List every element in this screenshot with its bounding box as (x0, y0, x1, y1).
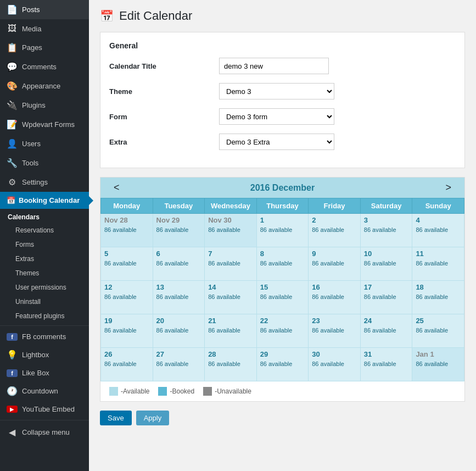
calendar-next-btn[interactable]: > (441, 182, 456, 193)
calendar-cell[interactable]: 386 available (360, 214, 412, 247)
legend-unavailable-box (203, 387, 212, 396)
cal-day-number: 28 (208, 350, 253, 358)
cal-availability: 86 available (104, 361, 137, 367)
sub-section-calendars[interactable]: Calendars (0, 209, 89, 223)
calendar-cell[interactable]: 786 available (205, 247, 257, 281)
calendar-header-friday: Friday (309, 198, 361, 214)
calendar-cell[interactable]: 1386 available (153, 281, 205, 314)
calendar-title-label: Calendar Title (109, 62, 219, 70)
calendar-cell[interactable]: 2286 available (256, 314, 309, 348)
calendar-cell[interactable]: 886 available (256, 247, 309, 281)
cal-day-number: 30 (312, 350, 357, 358)
cal-day-number: Nov 28 (104, 216, 149, 224)
calendar-cell[interactable]: 1086 available (360, 247, 412, 281)
calendar-cell[interactable]: 2786 available (153, 348, 205, 381)
calendar-cell[interactable]: 2686 available (101, 348, 153, 381)
calendar-title-input[interactable] (219, 58, 329, 74)
sidebar-item-like-box[interactable]: f Like Box (0, 364, 89, 381)
form-label: Form (109, 113, 219, 121)
calendar-cell[interactable]: 1686 available (309, 281, 361, 314)
countdown-icon: 🕐 (7, 386, 18, 396)
sidebar-item-wpdevart-forms[interactable]: 📝 Wpdevart Forms (0, 115, 89, 134)
sidebar-item-booking-calendar[interactable]: 📅 Booking Calendar (0, 192, 89, 209)
sidebar-item-fb-comments-label: FB comments (22, 333, 66, 341)
cal-availability: 86 available (104, 293, 137, 300)
calendar-cell[interactable]: 486 available (412, 214, 464, 247)
calendar-cell[interactable]: 1986 available (101, 314, 153, 348)
theme-row: Theme Demo 3 (109, 83, 456, 99)
calendar-week-0: Nov 2886 availableNov 2986 availableNov … (101, 214, 464, 247)
save-button[interactable]: Save (100, 411, 132, 425)
calendar-cell[interactable]: 586 available (101, 247, 153, 281)
calendar-cell[interactable]: 3186 available (360, 348, 412, 381)
cal-availability: 86 available (156, 260, 189, 267)
sidebar-sub-item-themes[interactable]: Themes (0, 266, 89, 280)
sidebar-item-media[interactable]: 🖼 Media (0, 19, 89, 38)
wpdevart-forms-icon: 📝 (7, 119, 18, 130)
calendar-cell[interactable]: 186 available (256, 214, 309, 247)
form-select[interactable]: Demo 3 form (219, 108, 334, 125)
cal-availability: 86 available (104, 260, 137, 267)
calendar-cell[interactable]: 686 available (153, 247, 205, 281)
sidebar-sub-item-forms[interactable]: Forms (0, 237, 89, 252)
sidebar-sub-item-featured-plugins[interactable]: Featured plugins (0, 309, 89, 323)
sidebar-sub-item-uninstall[interactable]: Uninstall (0, 295, 89, 309)
sidebar-sub-item-extras[interactable]: Extras (0, 252, 89, 266)
page-title-icon: 📅 (100, 9, 114, 23)
sidebar-item-comments[interactable]: 💬 Comments (0, 57, 89, 76)
cal-availability: 86 available (104, 226, 137, 233)
sidebar-item-youtube-embed[interactable]: ▶ YouTube Embed (0, 401, 89, 418)
calendar-cell[interactable]: 1586 available (256, 281, 309, 314)
sidebar-item-pages[interactable]: 📋 Pages (0, 38, 89, 57)
sidebar-item-users[interactable]: 👤 Users (0, 134, 89, 153)
cal-availability: 86 available (416, 293, 448, 300)
calendar-cell[interactable]: 1886 available (412, 281, 464, 314)
calendar-cell[interactable]: 2586 available (412, 314, 464, 348)
apply-button[interactable]: Apply (136, 411, 170, 425)
theme-select[interactable]: Demo 3 (219, 83, 334, 99)
calendar-cell[interactable]: Nov 3086 available (205, 214, 257, 247)
cal-day-number: 11 (416, 250, 461, 258)
sidebar-item-tools[interactable]: 🔧 Tools (0, 153, 89, 173)
sidebar: 📄 Posts 🖼 Media 📋 Pages 💬 Comments 🎨 App… (0, 0, 89, 471)
calendar-cell[interactable]: 1786 available (360, 281, 412, 314)
extra-select[interactable]: Demo 3 Extra (219, 134, 334, 150)
settings-icon: ⚙ (7, 177, 18, 187)
general-card: General Calendar Title Theme Demo 3 Form… (100, 32, 465, 168)
sidebar-item-settings[interactable]: ⚙ Settings (0, 173, 89, 192)
calendar-cell[interactable]: 286 available (309, 214, 361, 247)
sidebar-sub-item-user-permissions[interactable]: User permissions (0, 280, 89, 295)
calendar-cell[interactable]: 2886 available (205, 348, 257, 381)
cal-day-number: 9 (312, 250, 357, 258)
calendar-cell[interactable]: 2486 available (360, 314, 412, 348)
sidebar-sub-item-reservations[interactable]: Reservations (0, 223, 89, 237)
calendar-cell[interactable]: 2086 available (153, 314, 205, 348)
calendar-prev-btn[interactable]: < (109, 182, 124, 193)
cal-availability: 86 available (156, 361, 189, 367)
calendar-cell[interactable]: Nov 2986 available (153, 214, 205, 247)
calendar-cell[interactable]: 3086 available (309, 348, 361, 381)
calendar-cell[interactable]: 986 available (309, 247, 361, 281)
cal-day-number: 13 (156, 283, 201, 291)
sidebar-item-countdown[interactable]: 🕐 Countdown (0, 381, 89, 401)
cal-day-number: Nov 29 (156, 216, 201, 224)
sidebar-item-collapse-menu[interactable]: ◀ Collapse menu (0, 423, 89, 442)
sidebar-item-lightbox[interactable]: 💡 Lightbox (0, 345, 89, 364)
calendar-cell[interactable]: 2986 available (256, 348, 309, 381)
cal-availability: 86 available (416, 361, 448, 367)
booking-calendar-arrow (89, 196, 93, 205)
sidebar-item-appearance[interactable]: 🎨 Appearance (0, 76, 89, 96)
calendar-cell[interactable]: Jan 186 available (412, 348, 464, 381)
calendar-cell[interactable]: 1486 available (205, 281, 257, 314)
calendar-cell[interactable]: 1186 available (412, 247, 464, 281)
cal-availability: 86 available (364, 226, 396, 233)
sidebar-item-booking-calendar-label: Booking Calendar (19, 196, 80, 204)
calendar-cell[interactable]: 2186 available (205, 314, 257, 348)
calendar-cell[interactable]: Nov 2886 available (101, 214, 153, 247)
sidebar-item-fb-comments[interactable]: f FB comments (0, 328, 89, 345)
sidebar-item-posts[interactable]: 📄 Posts (0, 0, 89, 19)
cal-day-number: 5 (104, 250, 149, 258)
calendar-cell[interactable]: 2386 available (309, 314, 361, 348)
calendar-cell[interactable]: 1286 available (101, 281, 153, 314)
sidebar-item-plugins[interactable]: 🔌 Plugins (0, 96, 89, 115)
